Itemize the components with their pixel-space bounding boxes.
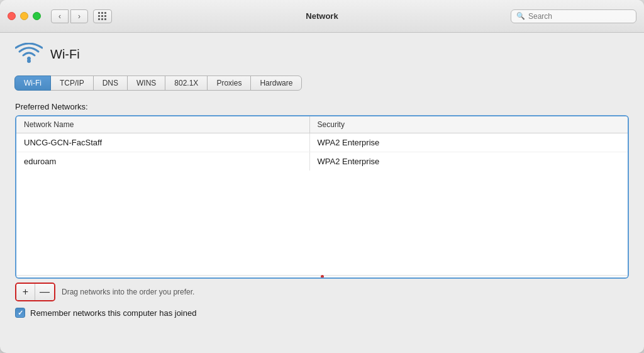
remember-label: Remember networks this computer has join… bbox=[30, 308, 196, 318]
wifi-header: Wi-Fi bbox=[15, 43, 629, 65]
add-remove-row: + — Drag networks into the order you pre… bbox=[15, 283, 629, 301]
search-input[interactable] bbox=[528, 12, 631, 21]
checkmark-icon: ✓ bbox=[18, 310, 23, 317]
svg-point-0 bbox=[27, 59, 31, 63]
remember-row: ✓ Remember networks this computer has jo… bbox=[15, 308, 629, 318]
nav-buttons: ‹ › bbox=[51, 9, 88, 23]
table-header: Network Name Security bbox=[16, 116, 628, 133]
grid-icon bbox=[98, 12, 107, 21]
window-title: Network bbox=[306, 11, 338, 21]
remove-network-button[interactable]: — bbox=[35, 284, 54, 300]
wifi-label: Wi-Fi bbox=[50, 47, 80, 62]
tab-tcpip[interactable]: TCP/IP bbox=[50, 76, 94, 91]
titlebar: ‹ › Network 🔍 bbox=[0, 0, 644, 33]
minimize-button[interactable] bbox=[20, 12, 28, 20]
add-remove-buttons: + — bbox=[15, 283, 55, 301]
close-button[interactable] bbox=[8, 12, 16, 20]
col-header-name: Network Name bbox=[16, 116, 310, 133]
tab-hardware[interactable]: Hardware bbox=[250, 76, 302, 91]
remember-checkbox[interactable]: ✓ bbox=[15, 308, 25, 318]
tab-dns[interactable]: DNS bbox=[93, 76, 128, 91]
add-network-button[interactable]: + bbox=[16, 284, 35, 300]
cell-security-1: WPA2 Enterprise bbox=[310, 133, 628, 152]
tab-proxies[interactable]: Proxies bbox=[207, 76, 251, 91]
search-bar[interactable]: 🔍 bbox=[511, 9, 636, 23]
traffic-lights bbox=[8, 12, 41, 20]
scroll-dot bbox=[321, 275, 324, 278]
tabs-bar: Wi-Fi TCP/IP DNS WINS 802.1X Proxies Har… bbox=[15, 76, 629, 91]
forward-button[interactable]: › bbox=[70, 9, 88, 23]
cell-network-name-2: eduroam bbox=[16, 152, 310, 171]
scroll-indicator bbox=[16, 275, 628, 277]
col-header-security: Security bbox=[310, 116, 628, 133]
content-area: Wi-Fi Wi-Fi TCP/IP DNS WINS 802.1X Proxi… bbox=[0, 33, 644, 353]
cell-security-2: WPA2 Enterprise bbox=[310, 152, 628, 171]
back-button[interactable]: ‹ bbox=[51, 9, 69, 23]
search-icon: 🔍 bbox=[516, 12, 525, 20]
networks-section: Preferred Networks: Network Name Securit… bbox=[15, 102, 629, 343]
maximize-button[interactable] bbox=[33, 12, 41, 20]
tab-8021x[interactable]: 802.1X bbox=[165, 76, 208, 91]
all-preferences-button[interactable] bbox=[93, 9, 112, 23]
system-preferences-window: ‹ › Network 🔍 bbox=[0, 0, 644, 353]
networks-label: Preferred Networks: bbox=[15, 102, 629, 111]
wifi-icon bbox=[15, 43, 43, 65]
networks-table: Network Name Security UNCG-GCN-FacStaff … bbox=[15, 115, 629, 279]
table-body: UNCG-GCN-FacStaff WPA2 Enterprise eduroa… bbox=[16, 133, 628, 275]
table-row[interactable]: eduroam WPA2 Enterprise bbox=[16, 152, 628, 171]
tab-wifi[interactable]: Wi-Fi bbox=[14, 76, 51, 91]
drag-hint-text: Drag networks into the order you prefer. bbox=[62, 288, 194, 296]
table-row[interactable]: UNCG-GCN-FacStaff WPA2 Enterprise bbox=[16, 133, 628, 152]
cell-network-name-1: UNCG-GCN-FacStaff bbox=[16, 133, 310, 152]
tab-wins[interactable]: WINS bbox=[127, 76, 165, 91]
